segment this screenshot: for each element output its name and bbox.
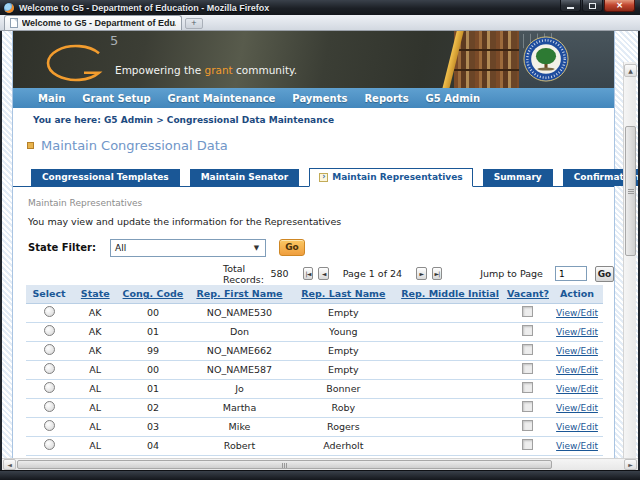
view-edit-link[interactable]: View/Edit <box>556 308 598 318</box>
vacant-checkbox[interactable] <box>522 344 533 355</box>
tagline-suffix: community. <box>233 64 297 76</box>
close-button[interactable]: ✕ <box>604 0 635 12</box>
select-radio[interactable] <box>44 344 55 355</box>
vacant-checkbox[interactable] <box>522 325 533 336</box>
last-name-cell: Empty <box>291 303 395 322</box>
select-radio[interactable] <box>44 306 55 317</box>
scroll-left-icon[interactable]: ◄ <box>3 459 16 470</box>
page-title-row: Maintain Congressional Data <box>13 137 614 154</box>
table-header-row: Select State Cong. Code Rep. First Name … <box>26 285 603 303</box>
vertical-scrollbar[interactable]: ▲ ▼ <box>623 62 636 458</box>
view-edit-link[interactable]: View/Edit <box>556 384 598 394</box>
view-edit-link[interactable]: View/Edit <box>556 441 598 451</box>
vacant-checkbox[interactable] <box>522 420 533 431</box>
horizontal-scrollbar[interactable]: ◄ ► <box>2 458 638 470</box>
col-header-first-name[interactable]: Rep. First Name <box>188 285 292 303</box>
vacant-checkbox[interactable] <box>522 363 533 374</box>
state-filter-select[interactable]: All ▼ <box>110 239 266 257</box>
first-page-button[interactable]: |◄ <box>303 267 314 280</box>
col-header-state[interactable]: State <box>72 285 118 303</box>
table-row: AL 04 Robert Aderholt View/Edit <box>26 436 603 455</box>
last-name-cell: Roby <box>291 398 395 417</box>
state-filter-label: State Filter: <box>28 242 96 253</box>
first-name-cell: Don <box>188 322 292 341</box>
last-page-button[interactable]: ►| <box>432 267 443 280</box>
first-name-cell: NO_NAME587 <box>188 360 292 379</box>
browser-tab-bar: Welcome to G5 - Department of Edu... + <box>0 15 640 31</box>
scroll-right-icon[interactable]: ► <box>624 459 637 470</box>
banner-tagline: Empowering the grant community. <box>115 64 297 76</box>
page-indicator: Page 1 of 24 <box>343 268 402 279</box>
vacant-checkbox[interactable] <box>522 306 533 317</box>
state-cell: AL <box>72 417 118 436</box>
last-name-cell: Rogers <box>291 417 395 436</box>
tab-maintain-senator[interactable]: Maintain Senator <box>190 169 300 186</box>
col-header-action: Action <box>551 285 603 303</box>
col-header-cong-code[interactable]: Cong. Code <box>118 285 187 303</box>
cong-code-cell: 01 <box>118 379 187 398</box>
nav-item-grant-setup[interactable]: Grant Setup <box>82 93 150 104</box>
select-radio[interactable] <box>44 420 55 431</box>
browser-tab[interactable]: Welcome to G5 - Department of Edu... <box>4 15 182 30</box>
select-radio[interactable] <box>44 363 55 374</box>
select-radio[interactable] <box>44 401 55 412</box>
browser-tab-title: Welcome to G5 - Department of Edu... <box>22 18 176 28</box>
vacant-checkbox[interactable] <box>522 382 533 393</box>
vertical-scrollbar-thumb[interactable] <box>625 126 636 256</box>
view-edit-link[interactable]: View/Edit <box>556 327 598 337</box>
jump-to-page-input[interactable] <box>555 266 587 281</box>
next-page-button[interactable]: ► <box>416 267 427 280</box>
view-edit-link[interactable]: View/Edit <box>556 422 598 432</box>
cong-code-cell: 99 <box>118 341 187 360</box>
page-icon <box>10 18 18 28</box>
view-edit-link[interactable]: View/Edit <box>556 346 598 356</box>
nav-item-grant-maintenance[interactable]: Grant Maintenance <box>168 93 276 104</box>
state-cell: AL <box>72 360 118 379</box>
browser-window: Welcome to G5 - Department of Education … <box>0 0 640 480</box>
jump-go-button[interactable]: Go <box>595 266 614 282</box>
section-description: You may view and update the information … <box>28 216 614 227</box>
total-records-value: 580 <box>271 268 289 279</box>
nav-item-reports[interactable]: Reports <box>364 93 408 104</box>
nav-item-payments[interactable]: Payments <box>292 93 347 104</box>
middle-initial-cell <box>395 341 505 360</box>
tab-summary[interactable]: Summary <box>483 169 553 186</box>
main-navigation: Main Grant Setup Grant Maintenance Payme… <box>13 88 614 108</box>
minimize-button[interactable] <box>560 0 581 12</box>
first-name-cell: Martha <box>188 398 292 417</box>
maximize-button[interactable] <box>582 0 603 12</box>
col-header-select: Select <box>26 285 72 303</box>
bookshelf-image <box>454 31 519 88</box>
new-tab-button[interactable]: + <box>185 18 203 29</box>
nav-item-main[interactable]: Main <box>38 93 65 104</box>
breadcrumb-path[interactable]: G5 Admin > Congressional Data Maintenanc… <box>101 115 334 125</box>
col-header-last-name[interactable]: Rep. Last Name <box>291 285 395 303</box>
vacant-checkbox[interactable] <box>522 401 533 412</box>
last-name-cell: Aderholt <box>291 436 395 455</box>
table-row: AK 00 NO_NAME530 Empty View/Edit <box>26 303 603 322</box>
scroll-up-icon[interactable]: ▲ <box>624 64 637 77</box>
table-row: AL 00 NO_NAME587 Empty View/Edit <box>26 360 603 379</box>
vacant-checkbox[interactable] <box>522 439 533 450</box>
view-edit-link[interactable]: View/Edit <box>556 403 598 413</box>
middle-initial-cell <box>395 436 505 455</box>
cong-code-cell: 01 <box>118 322 187 341</box>
col-header-middle-initial[interactable]: Rep. Middle Initial <box>395 285 505 303</box>
tab-maintain-representatives[interactable]: Maintain Representatives <box>309 168 473 187</box>
view-edit-link[interactable]: View/Edit <box>556 365 598 375</box>
cong-code-cell: 02 <box>118 398 187 417</box>
previous-page-button[interactable]: ◄ <box>318 267 329 280</box>
table-row: AL 02 Martha Roby View/Edit <box>26 398 603 417</box>
state-filter-row: State Filter: All ▼ Go <box>28 238 614 257</box>
state-filter-go-button[interactable]: Go <box>279 239 305 256</box>
bookshelf-shelf-line <box>454 49 519 51</box>
first-name-cell: Robert <box>188 436 292 455</box>
tab-congressional-templates[interactable]: Congressional Templates <box>31 169 180 186</box>
horizontal-scrollbar-thumb[interactable] <box>17 460 552 469</box>
nav-item-g5-admin[interactable]: G5 Admin <box>426 93 481 104</box>
select-radio[interactable] <box>44 439 55 450</box>
select-radio[interactable] <box>44 382 55 393</box>
minimize-icon <box>567 7 574 9</box>
select-radio[interactable] <box>44 325 55 336</box>
col-header-vacant[interactable]: Vacant? <box>505 285 551 303</box>
